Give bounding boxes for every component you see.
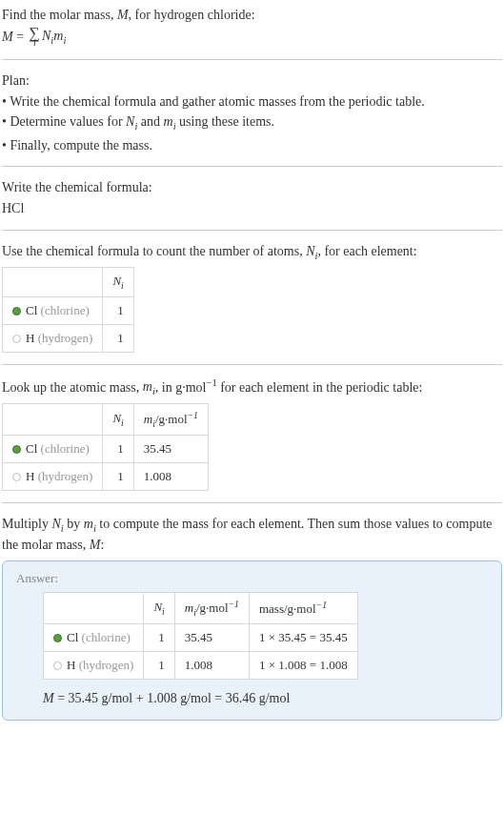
col-N: Ni: [103, 403, 133, 435]
col-m: mi/g·mol−1: [174, 592, 249, 623]
answer-label: Answer:: [16, 571, 488, 586]
table-row: Cl (chlorine) 1 35.45 1 × 35.45 = 35.45: [44, 623, 358, 651]
eq-N: N: [42, 29, 50, 43]
element-dot-icon: [12, 445, 21, 454]
empty-header: [3, 403, 103, 435]
answer-table: Ni mi/g·mol−1 mass/g·mol−1 Cl (chlorine)…: [43, 592, 358, 680]
result-M: M: [43, 691, 54, 705]
element-cell: Cl (chlorine): [3, 296, 103, 324]
formula-value: HCl: [2, 199, 502, 218]
n-cell: 1: [103, 435, 133, 462]
element-cell: H (hydrogen): [44, 651, 144, 679]
n-cell: 1: [103, 296, 133, 324]
col-mass: mass/g·mol−1: [249, 592, 357, 623]
intro-var-M: M: [117, 8, 129, 22]
n-cell: 1: [103, 324, 133, 352]
calc-cell: 1 × 1.008 = 1.008: [249, 651, 357, 679]
intro-prefix: Find the molar mass,: [2, 8, 117, 22]
table-row: H (hydrogen) 1 1.008 1 × 1.008 = 1.008: [44, 651, 358, 679]
element-dot-icon: [12, 335, 21, 343]
eq-m: m: [53, 29, 63, 43]
table-header-row: Ni mi/g·mol−1: [3, 403, 209, 435]
m-cell: 35.45: [133, 435, 208, 462]
intro-section: Find the molar mass, M, for hydrogen chl…: [2, 6, 502, 48]
m-cell: 35.45: [174, 623, 249, 651]
element-cell: Cl (chlorine): [44, 623, 144, 651]
count-heading: Use the chemical formula to count the nu…: [2, 242, 502, 263]
compute-heading: Multiply Ni by mi to compute the mass fo…: [2, 515, 502, 555]
element-dot-icon: [53, 661, 62, 670]
intro-suffix: , for hydrogen chloride:: [129, 8, 255, 22]
plan-section: Plan: • Write the chemical formula and g…: [2, 71, 502, 154]
calc-cell: 1 × 35.45 = 35.45: [249, 623, 357, 651]
result-line: M = 35.45 g/mol + 1.008 g/mol = 36.46 g/…: [43, 691, 488, 706]
molar-mass-equation: M = ∑ i Nimi: [2, 27, 502, 48]
plan-bullet-1: • Write the chemical formula and gather …: [2, 92, 502, 112]
col-N: Ni: [144, 592, 174, 623]
table-row: H (hydrogen) 1 1.008: [3, 462, 209, 490]
sum-symbol: ∑ i: [30, 27, 40, 48]
mass-table: Ni mi/g·mol−1 Cl (chlorine) 1 35.45 H (h…: [2, 403, 209, 491]
count-table: Ni Cl (chlorine) 1 H (hydrogen) 1: [2, 267, 134, 353]
compute-section: Multiply Ni by mi to compute the mass fo…: [2, 515, 502, 721]
element-dot-icon: [12, 307, 21, 315]
empty-header: [3, 268, 103, 297]
divider: [2, 364, 502, 365]
result-eq: = 35.45 g/mol + 1.008 g/mol = 36.46 g/mo…: [54, 691, 291, 705]
table-row: H (hydrogen) 1: [3, 324, 134, 352]
table-header-row: Ni: [3, 268, 134, 297]
eq-M: M: [2, 28, 13, 47]
plan-bullet-3: • Finally, compute the mass.: [2, 136, 502, 155]
table-row: Cl (chlorine) 1 35.45: [3, 435, 209, 462]
answer-content: Ni mi/g·mol−1 mass/g·mol−1 Cl (chlorine)…: [16, 592, 488, 706]
mass-section: Look up the atomic mass, mi, in g·mol−1 …: [2, 376, 502, 491]
m-cell: 1.008: [133, 462, 208, 490]
element-cell: Cl (chlorine): [3, 435, 103, 462]
divider: [2, 230, 502, 231]
col-N: Ni: [103, 268, 133, 297]
table-row: Cl (chlorine) 1: [3, 296, 134, 324]
formula-section: Write the chemical formula: HCl: [2, 178, 502, 217]
element-cell: H (hydrogen): [3, 324, 103, 352]
sum-under: i: [33, 39, 36, 48]
count-section: Use the chemical formula to count the nu…: [2, 242, 502, 353]
empty-header: [44, 592, 144, 623]
element-dot-icon: [53, 634, 62, 642]
n-cell: 1: [144, 623, 174, 651]
plan-heading: Plan:: [2, 71, 502, 91]
n-cell: 1: [144, 651, 174, 679]
divider: [2, 166, 502, 167]
divider: [2, 502, 502, 503]
answer-box: Answer: Ni mi/g·mol−1 mass/g·mol−1 Cl (c…: [2, 560, 502, 721]
intro-line: Find the molar mass, M, for hydrogen chl…: [2, 6, 502, 25]
element-cell: H (hydrogen): [3, 462, 103, 490]
mass-heading: Look up the atomic mass, mi, in g·mol−1 …: [2, 376, 502, 399]
table-header-row: Ni mi/g·mol−1 mass/g·mol−1: [44, 592, 358, 623]
col-m: mi/g·mol−1: [133, 403, 208, 435]
eq-m-sub: i: [63, 34, 66, 45]
m-cell: 1.008: [174, 651, 249, 679]
formula-heading: Write the chemical formula:: [2, 178, 502, 197]
divider: [2, 59, 502, 60]
plan-bullet-2: • Determine values for Ni and mi using t…: [2, 112, 502, 133]
n-cell: 1: [103, 462, 133, 490]
element-dot-icon: [12, 473, 21, 481]
